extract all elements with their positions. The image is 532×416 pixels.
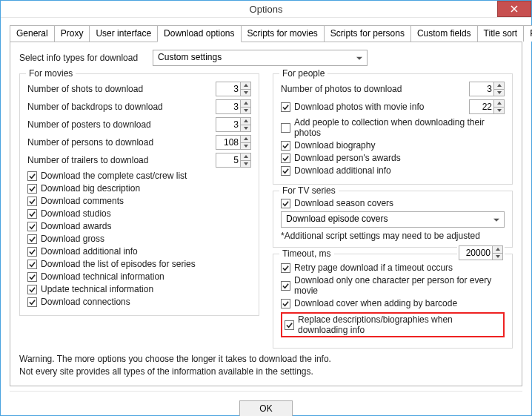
tab-user-interface[interactable]: User interface — [89, 25, 158, 42]
season-covers-checkbox[interactable] — [281, 199, 290, 208]
close-icon — [511, 5, 518, 13]
tab-download-options[interactable]: Download options — [157, 25, 241, 42]
gross-checkbox[interactable] — [27, 234, 37, 244]
additional-info-checkbox[interactable] — [27, 247, 37, 257]
comments-checkbox[interactable] — [27, 197, 37, 206]
retry-checkbox[interactable] — [281, 263, 290, 273]
tab-title-sort[interactable]: Title sort — [477, 25, 525, 42]
backdrops-spinner[interactable]: 3 — [216, 99, 251, 114]
shots-label: Number of shots to download — [27, 84, 143, 94]
tv-group-title: For TV series — [279, 185, 339, 196]
with-movie-spinner[interactable]: 22 — [469, 99, 505, 114]
add-people-checkbox[interactable] — [281, 123, 290, 133]
timeout-spinner[interactable]: 20000 — [459, 245, 503, 260]
people-additional-checkbox[interactable] — [281, 166, 290, 176]
connections-checkbox[interactable] — [27, 297, 37, 307]
replace-desc-checkbox[interactable] — [285, 320, 294, 330]
posters-spinner[interactable]: 3 — [216, 117, 251, 132]
episode-covers-value: Download episode covers — [286, 214, 388, 224]
warning-text: Warning. The more options you choose the… — [19, 353, 513, 378]
photos-spinner[interactable]: 3 — [469, 82, 505, 96]
titlebar: Options — [1, 1, 531, 18]
options-window: Options General Proxy User interface Dow… — [0, 0, 532, 416]
info-types-select[interactable]: Custom settings — [153, 50, 368, 66]
tab-custom-fields[interactable]: Custom fields — [410, 25, 478, 42]
episodes-checkbox[interactable] — [27, 260, 37, 269]
tab-general[interactable]: General — [10, 25, 55, 42]
awards-checkbox[interactable] — [27, 222, 37, 231]
tab-scripts-persons[interactable]: Scripts for persons — [324, 25, 411, 42]
spinner-down-icon[interactable] — [241, 90, 250, 96]
cast-crew-checkbox[interactable] — [27, 171, 37, 181]
episode-covers-select[interactable]: Download episode covers — [281, 211, 505, 228]
ok-button[interactable]: OK — [239, 400, 293, 416]
close-button[interactable] — [497, 1, 531, 17]
trailers-label: Number of trailers to download — [27, 155, 148, 165]
one-char-checkbox[interactable] — [281, 281, 290, 291]
people-group-title: For people — [279, 68, 327, 79]
photos-label: Number of photos to download — [281, 84, 402, 94]
tab-panel: Select info types for download Custom se… — [10, 42, 522, 386]
tv-note: *Additional script settings may need to … — [281, 231, 505, 241]
window-title: Options — [250, 4, 283, 15]
tv-group: For TV series Download season covers Dow… — [273, 191, 513, 248]
movies-group-title: For movies — [26, 68, 76, 79]
spinner-up-icon[interactable] — [241, 82, 250, 90]
tech-info-checkbox[interactable] — [27, 272, 37, 282]
photos-with-movie-checkbox[interactable] — [281, 102, 290, 112]
shots-spinner[interactable]: 3 — [216, 82, 251, 96]
tab-scripts-movies[interactable]: Scripts for movies — [241, 25, 325, 42]
update-tech-checkbox[interactable] — [27, 285, 37, 294]
tab-proxy[interactable]: Proxy — [54, 25, 90, 42]
big-desc-checkbox[interactable] — [27, 184, 37, 194]
content-area: General Proxy User interface Download op… — [1, 18, 531, 416]
person-awards-checkbox[interactable] — [281, 153, 290, 163]
select-info-label: Select info types for download — [19, 53, 138, 63]
biography-checkbox[interactable] — [281, 141, 290, 151]
people-group: For people Number of photos to download … — [273, 73, 513, 185]
footer: OK — [10, 391, 522, 416]
persons-label: Number of persons to download — [27, 137, 153, 148]
replace-highlight: Replace descriptions/biographies when do… — [281, 312, 505, 337]
trailers-spinner[interactable]: 5 — [216, 153, 251, 168]
tab-play-options[interactable]: Play options — [523, 25, 532, 42]
info-types-value: Custom settings — [158, 52, 222, 62]
movies-group: For movies Number of shots to download 3… — [19, 73, 259, 316]
posters-label: Number of posters to download — [27, 119, 151, 130]
cover-barcode-checkbox[interactable] — [281, 299, 290, 308]
timeout-group: Timeout, ms 20000 Retry page download if… — [273, 254, 513, 349]
backdrops-label: Number of backdrops to download — [27, 102, 163, 112]
timeout-label: Timeout, ms — [279, 248, 334, 259]
studios-checkbox[interactable] — [27, 209, 37, 219]
tab-strip: General Proxy User interface Download op… — [10, 25, 522, 42]
persons-spinner[interactable]: 108 — [216, 135, 251, 150]
